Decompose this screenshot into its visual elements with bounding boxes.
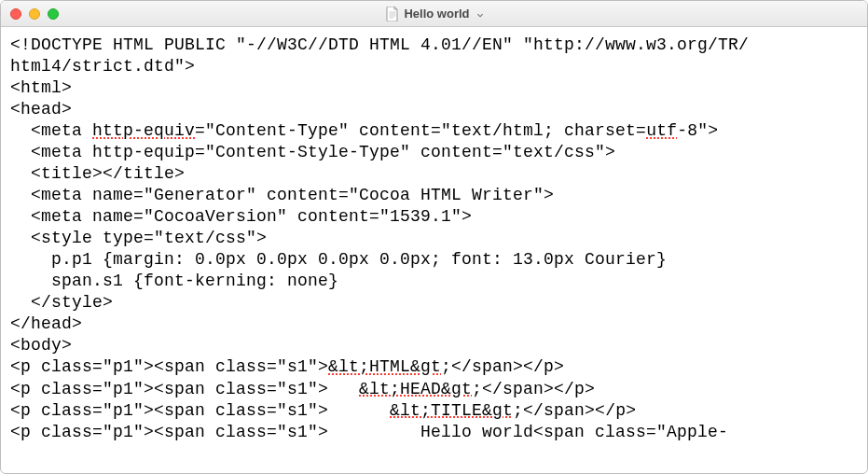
code-text: ="Content-Type" content="text/html; char… bbox=[195, 121, 646, 140]
code-line[interactable]: <p class="p1"><span class="s1"> Hello wo… bbox=[10, 422, 858, 443]
code-text: </head> bbox=[10, 314, 82, 333]
spellcheck-marked-text: &lt;HTML&gt bbox=[328, 357, 441, 376]
traffic-lights bbox=[10, 8, 59, 20]
code-text: <!DOCTYPE HTML PUBLIC "-//W3C//DTD HTML … bbox=[10, 35, 749, 54]
code-text: <meta name="Generator" content="Cocoa HT… bbox=[10, 186, 554, 204]
code-text: <p class="p1"><span class="s1"> bbox=[10, 380, 359, 398]
spellcheck-marked-text: http-equiv bbox=[92, 121, 195, 140]
document-icon bbox=[385, 7, 398, 21]
text-editor-area[interactable]: <!DOCTYPE HTML PUBLIC "-//W3C//DTD HTML … bbox=[1, 27, 867, 473]
code-text: <meta name="CocoaVersion" content="1539.… bbox=[10, 207, 472, 226]
code-text: -8"> bbox=[677, 121, 718, 140]
code-text: <style type="text/css"> bbox=[10, 229, 267, 247]
code-line[interactable]: </style> bbox=[10, 292, 858, 314]
code-text: ;</span></p> bbox=[472, 380, 595, 398]
code-line[interactable]: <p class="p1"><span class="s1"> &lt;HEAD… bbox=[10, 379, 858, 400]
code-text: <html> bbox=[10, 78, 72, 97]
minimize-icon[interactable] bbox=[29, 8, 40, 20]
close-icon[interactable] bbox=[10, 8, 21, 20]
chevron-down-icon[interactable]: ⌵ bbox=[477, 8, 483, 19]
code-text: p.p1 {margin: 0.0px 0.0px 0.0px 0.0px; f… bbox=[10, 250, 667, 269]
code-line[interactable]: html4/strict.dtd"> bbox=[10, 56, 858, 77]
code-line[interactable]: <meta name="CocoaVersion" content="1539.… bbox=[10, 206, 858, 228]
code-line[interactable]: <body> bbox=[10, 335, 858, 356]
code-text: ;</span></p> bbox=[513, 401, 636, 420]
titlebar[interactable]: Hello world ⌵ bbox=[1, 1, 867, 27]
code-line[interactable]: <meta name="Generator" content="Cocoa HT… bbox=[10, 185, 858, 206]
code-text: <body> bbox=[10, 336, 72, 355]
code-line[interactable]: <style type="text/css"> bbox=[10, 228, 858, 249]
code-line[interactable]: <p class="p1"><span class="s1">&lt;HTML&… bbox=[10, 356, 858, 378]
spellcheck-marked-text: &lt;HEAD&gt bbox=[359, 380, 472, 398]
code-text: <meta http-equip="Content-Style-Type" co… bbox=[10, 143, 615, 161]
code-line[interactable]: span.s1 {font-kerning: none} bbox=[10, 271, 858, 292]
code-line[interactable]: <html> bbox=[10, 77, 858, 99]
zoom-icon[interactable] bbox=[48, 8, 59, 20]
code-text: <p class="p1"><span class="s1"> Hello wo… bbox=[10, 423, 728, 441]
code-text: <p class="p1"><span class="s1"> bbox=[10, 357, 328, 376]
editor-window: Hello world ⌵ <!DOCTYPE HTML PUBLIC "-//… bbox=[0, 0, 868, 474]
code-text: </style> bbox=[10, 293, 113, 312]
code-line[interactable]: <meta http-equip="Content-Style-Type" co… bbox=[10, 142, 858, 163]
code-line[interactable]: </head> bbox=[10, 314, 858, 335]
code-line[interactable]: <meta http-equiv="Content-Type" content=… bbox=[10, 120, 858, 142]
code-line[interactable]: <head> bbox=[10, 99, 858, 120]
window-title: Hello world bbox=[404, 7, 469, 21]
spellcheck-marked-text: &lt;TITLE&gt bbox=[390, 401, 513, 420]
code-text: <head> bbox=[10, 100, 72, 118]
code-text: html4/strict.dtd"> bbox=[10, 57, 195, 76]
code-line[interactable]: p.p1 {margin: 0.0px 0.0px 0.0px 0.0px; f… bbox=[10, 249, 858, 271]
window-title-group[interactable]: Hello world ⌵ bbox=[385, 7, 482, 21]
spellcheck-marked-text: utf bbox=[646, 121, 677, 140]
code-line[interactable]: <p class="p1"><span class="s1"> &lt;TITL… bbox=[10, 400, 858, 422]
code-text: <title></title> bbox=[10, 164, 185, 183]
code-line[interactable]: <!DOCTYPE HTML PUBLIC "-//W3C//DTD HTML … bbox=[10, 35, 858, 56]
code-text: <meta bbox=[10, 121, 92, 140]
code-text: <p class="p1"><span class="s1"> bbox=[10, 401, 390, 420]
code-line[interactable]: <title></title> bbox=[10, 163, 858, 185]
code-text: span.s1 {font-kerning: none} bbox=[10, 272, 338, 290]
code-text: ;</span></p> bbox=[441, 357, 564, 376]
